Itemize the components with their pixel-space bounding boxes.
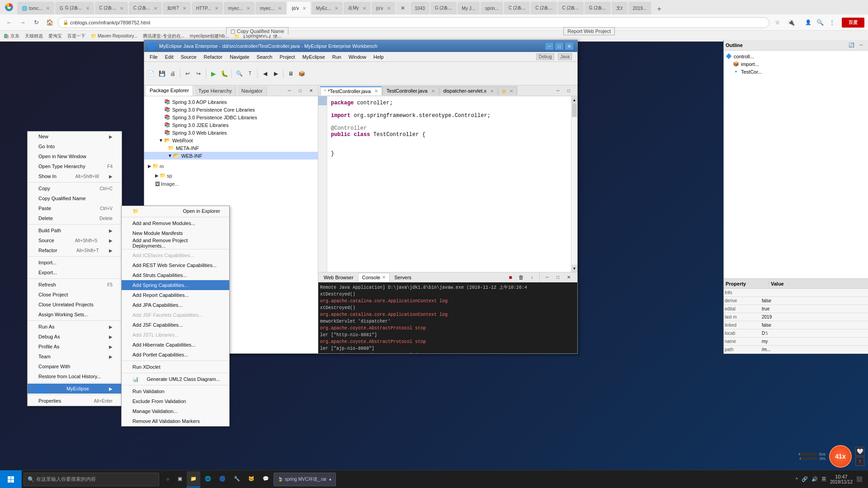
debug-mode-button[interactable]: Debug xyxy=(536,53,554,60)
outline-min-btn[interactable]: ─ xyxy=(856,40,866,50)
ctx-export[interactable]: Export... xyxy=(28,267,122,277)
tab-console[interactable]: Console ✕ xyxy=(358,273,390,282)
new-tab-button[interactable]: + xyxy=(654,4,665,14)
sub2-add-struts[interactable]: Add Struts Capabilities... xyxy=(122,270,229,280)
tree-webroot[interactable]: ▼ 📂 WebRoot xyxy=(144,136,318,144)
browser-tab-spring[interactable]: sprin... xyxy=(481,2,503,14)
sub2-add-icefaces[interactable]: Add ICEfaces Capabilities... xyxy=(122,250,229,260)
debug-btn[interactable]: 🐛 xyxy=(219,69,229,79)
browser-tab-active[interactable]: (o'v ✕ xyxy=(287,2,311,14)
browser-tab-ov2[interactable]: (o'v ✕ xyxy=(372,2,395,14)
editor-close-3[interactable]: ✕ xyxy=(509,89,513,94)
ctx-open-new-window[interactable]: Open in New Window xyxy=(28,151,122,161)
menu-run[interactable]: Run xyxy=(329,52,345,62)
sub2-run-xdoclet[interactable]: Run XDoclet xyxy=(122,362,229,372)
prev-edit-btn[interactable]: ◀ xyxy=(260,69,270,79)
taskbar-item-wechat[interactable]: 💬 xyxy=(259,471,273,488)
editor-max-btn[interactable]: □ xyxy=(564,86,574,96)
outline-item-testcontroller[interactable]: 🔹 TestCor... xyxy=(726,68,866,75)
bottom-close-btn[interactable]: ✕ xyxy=(564,272,574,282)
tab-web-browser[interactable]: Web Browser xyxy=(320,273,357,282)
bookmark-star[interactable]: ☆ xyxy=(772,17,783,28)
sub2-remove-validation-markers[interactable]: Remove All Validation Markers xyxy=(122,416,229,426)
browser-tab-myec3[interactable]: MyEc... ✕ xyxy=(311,2,343,14)
next-edit-btn[interactable]: ▶ xyxy=(271,69,281,79)
ctx-team[interactable]: Team ▶ xyxy=(28,352,122,361)
tab-close-3[interactable]: ✕ xyxy=(154,6,157,11)
bottom-min-btn[interactable]: ─ xyxy=(542,272,552,282)
editor-tab-js[interactable]: js ✕ xyxy=(498,86,517,95)
maximize-button[interactable]: □ xyxy=(555,42,564,50)
save-btn[interactable]: 💾 xyxy=(157,69,167,79)
run-btn[interactable]: ▶ xyxy=(208,69,218,79)
tray-network-icon[interactable]: 🔗 xyxy=(802,476,808,482)
menu-search[interactable]: Search xyxy=(253,52,276,62)
tray-volume-icon[interactable]: 🔊 xyxy=(811,476,818,482)
bookmark-myeclipse[interactable]: myeclipse创建hib... xyxy=(190,33,229,39)
console-close-icon[interactable]: ✕ xyxy=(382,275,386,280)
bottom-max-btn[interactable]: □ xyxy=(553,272,563,282)
tree-meta-inf[interactable]: 📁 META-INF xyxy=(144,144,318,152)
panel-close-btn[interactable]: ✕ xyxy=(306,86,316,96)
sub2-add-spring[interactable]: Add Spring Capabilities... xyxy=(122,280,229,290)
browser-tab-http[interactable]: HTTP... ✕ xyxy=(192,2,223,14)
open-type-btn[interactable]: T xyxy=(245,69,255,79)
tree-spring-j2ee[interactable]: 📚 Spring 3.0 J2EE Libraries xyxy=(144,121,318,129)
ctx-debug-as[interactable]: Debug As ▶ xyxy=(28,332,122,342)
menu-refactor[interactable]: Refactor xyxy=(200,52,226,62)
start-button[interactable] xyxy=(0,470,22,488)
ctx-refactor[interactable]: Refactor Alt+Shift+T ▶ xyxy=(28,245,122,255)
home-button[interactable]: 🏠 xyxy=(44,17,55,28)
tree-image[interactable]: 🖼 Image... xyxy=(144,180,318,188)
tab-close-2[interactable]: ✕ xyxy=(120,6,123,11)
browser-tab-myec2[interactable]: myec... ✕ xyxy=(255,2,286,14)
tab-close-active[interactable]: ✕ xyxy=(302,6,306,11)
ctx-close-project[interactable]: Close Project xyxy=(28,290,122,300)
scroll-up-btn[interactable]: ▲ xyxy=(571,96,577,103)
sub2-manage-validation[interactable]: Manage Validation... xyxy=(122,406,229,416)
tab-close-9[interactable]: ✕ xyxy=(335,6,338,11)
outline-item-import[interactable]: 📦 import... xyxy=(726,60,866,68)
tree-spring-web[interactable]: 📚 Spring 3.0 Web Libraries xyxy=(144,129,318,136)
tray-action-center[interactable]: ⬛ xyxy=(856,476,863,482)
ctx-show-in[interactable]: Show In Alt+Shift+W ▶ xyxy=(28,171,122,181)
chrome-icon[interactable] xyxy=(2,0,16,14)
ctx-profile-as[interactable]: Profile As ▶ xyxy=(28,342,122,352)
sub2-add-remove-deployments[interactable]: Add and Remove Project Deployments... xyxy=(122,238,229,248)
ctx-delete[interactable]: Delete Delete xyxy=(28,213,122,223)
tab-close-7[interactable]: ✕ xyxy=(278,6,282,11)
panel-minimize-btn[interactable]: ─ xyxy=(284,86,294,96)
menu-source[interactable]: Source xyxy=(177,52,200,62)
taskbar-item-chrome[interactable]: 🌐 xyxy=(201,471,215,488)
tree-sp[interactable]: ▶ 📁 sp xyxy=(144,171,318,180)
outline-sync-btn[interactable]: 🔄 xyxy=(846,40,856,50)
new-file-btn[interactable]: 📄 xyxy=(146,69,156,79)
sub2-add-jpa[interactable]: Add JPA Capabilities... xyxy=(122,300,229,310)
browser-tab-ruhe[interactable]: 如何? ✕ xyxy=(163,2,191,14)
sub2-add-jsf-facelets[interactable]: Add JSF Facelets Capabilities... xyxy=(122,310,229,320)
browser-tab-2[interactable]: C (2条... ✕ xyxy=(95,2,128,14)
taskbar-item-explorer[interactable]: 📁 xyxy=(187,471,200,488)
editor-area[interactable]: package controller; import org.springfra… xyxy=(327,96,571,272)
browser-tab-c1[interactable]: C (2条... xyxy=(504,2,530,14)
ctx-assign-working-sets[interactable]: Assign Working Sets... xyxy=(28,310,122,319)
tab-close-11[interactable]: ✕ xyxy=(387,6,391,11)
tray-expand-btn[interactable]: ^ xyxy=(796,477,798,482)
bookmark-tencent[interactable]: 腾讯课堂-专业的在... xyxy=(143,33,184,39)
ctx-copy-qualified-name[interactable]: Copy Qualified Name xyxy=(28,193,122,203)
taskbar-item-wrench[interactable]: 🔧 xyxy=(230,471,244,488)
sub2-add-portlet[interactable]: Add Portlet Capabilities... xyxy=(122,350,229,360)
panel-maximize-btn[interactable]: □ xyxy=(295,86,305,96)
extensions-button[interactable]: 🔌 xyxy=(786,17,797,28)
ctx-myeclipse[interactable]: 🌀 MyEclipse ▶ xyxy=(28,384,122,394)
browser-tab-wenz[interactable]: 文z xyxy=(612,2,627,14)
tree-spring-persistence[interactable]: 📚 Spring 3.0 Persistence Core Libraries xyxy=(144,106,318,113)
ctx-source[interactable]: Source Alt+Shift+S ▶ xyxy=(28,235,122,245)
ctx-run-as[interactable]: Run As ▶ xyxy=(28,322,122,332)
taskbar-item-eclipse[interactable]: 🌀 xyxy=(216,471,229,488)
browser-tab-c3[interactable]: C (2条... xyxy=(558,2,584,14)
ctx-close-unrelated[interactable]: Close Unrelated Projects xyxy=(28,300,122,310)
address-bar[interactable]: 🔒 cnblogs.com/mfrank/p/7898752.html xyxy=(58,17,769,28)
menu-navigate[interactable]: Navigate xyxy=(226,52,253,62)
corner-btn-2[interactable]: ↑ xyxy=(855,457,864,466)
